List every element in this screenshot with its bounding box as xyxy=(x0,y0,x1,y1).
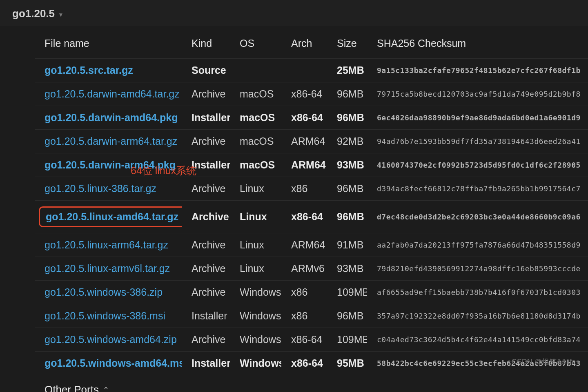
sha-cell: 6ec4026daa98890b9ef9ae86d9ada6bd0ed1a6e9… xyxy=(367,106,588,130)
filename-cell: go1.20.5.darwin-amd64.tar.gz xyxy=(35,82,182,106)
os-cell: macOS xyxy=(230,130,281,153)
os-cell: macOS xyxy=(230,153,281,177)
arch-cell: x86 xyxy=(281,177,327,201)
arch-cell: x86-64 xyxy=(281,201,327,233)
table-row: go1.20.5.darwin-amd64.tar.gzArchivemacOS… xyxy=(35,82,588,106)
arch-cell: ARM64 xyxy=(281,153,327,177)
other-ports-toggle[interactable]: Other Ports ⌃ xyxy=(35,375,588,392)
size-cell: 25MB xyxy=(327,59,367,82)
filename-cell: go1.20.5.darwin-amd64.pkg xyxy=(35,106,182,130)
sha-cell: aa2fab0a7da20213ff975fa7876a66d47b483515… xyxy=(367,233,588,257)
version-label: go1.20.5 xyxy=(12,7,55,20)
kind-cell: Archive xyxy=(182,177,230,201)
other-ports-label: Other Ports xyxy=(45,383,99,392)
filename-cell: go1.20.5.windows-amd64.zip xyxy=(35,328,182,352)
highlight-box: go1.20.5.linux-amd64.tar.gz xyxy=(39,206,182,227)
os-cell: Windows xyxy=(230,328,281,352)
sha-cell: 357a97c192322e8dd07f935a16b7b6e81180d8d3… xyxy=(367,304,588,328)
watermark-text: CSDN @坦笑&&life xyxy=(512,357,576,367)
size-cell: 91MB xyxy=(327,233,367,257)
download-link[interactable]: go1.20.5.windows-amd64.zip xyxy=(45,334,177,345)
table-row: go1.20.5.linux-amd64.tar.gzArchiveLinuxx… xyxy=(35,201,588,233)
size-cell: 93MB xyxy=(327,257,367,281)
table-row: go1.20.5.windows-386.zipArchiveWindowsx8… xyxy=(35,281,588,304)
table-row: go1.20.5.darwin-arm64.tar.gzArchivemacOS… xyxy=(35,130,588,153)
download-link[interactable]: go1.20.5.linux-armv6l.tar.gz xyxy=(45,263,170,274)
os-cell xyxy=(230,59,281,82)
arch-cell: ARM64 xyxy=(281,233,327,257)
download-link[interactable]: go1.20.5.darwin-amd64.tar.gz xyxy=(45,88,180,100)
downloads-table-wrap: 64位 linux系统 File name Kind OS Arch Size … xyxy=(0,26,588,392)
download-link[interactable]: go1.20.5.windows-amd64.msi xyxy=(45,357,182,369)
table-row: go1.20.5.windows-amd64.zipArchiveWindows… xyxy=(35,328,588,352)
table-row: go1.20.5.linux-arm64.tar.gzArchiveLinuxA… xyxy=(35,233,588,257)
os-cell: Linux xyxy=(230,257,281,281)
sha-cell: d7ec48cde0d3d2be2c69203bc3e0a44de8660b9c… xyxy=(367,201,588,233)
arch-cell: x86-64 xyxy=(281,106,327,130)
version-dropdown[interactable]: go1.20.5 ▼ xyxy=(0,0,588,26)
col-filename: File name xyxy=(35,33,182,59)
filename-cell: go1.20.5.src.tar.gz xyxy=(35,59,182,82)
sha-cell: 94ad76b7e1593bb59df7fd35a738194643d6eed2… xyxy=(367,130,588,153)
download-link[interactable]: go1.20.5.windows-386.zip xyxy=(45,286,163,298)
download-link[interactable]: go1.20.5.src.tar.gz xyxy=(45,64,133,76)
size-cell: 96MB xyxy=(327,304,367,328)
arch-cell: ARMv6 xyxy=(281,257,327,281)
col-sha: SHA256 Checksum xyxy=(367,33,588,59)
size-cell: 96MB xyxy=(327,106,367,130)
filename-cell: go1.20.5.linux-arm64.tar.gz xyxy=(35,233,182,257)
download-link[interactable]: go1.20.5.linux-386.tar.gz xyxy=(45,183,156,194)
download-link[interactable]: go1.20.5.linux-arm64.tar.gz xyxy=(45,239,168,250)
sha-cell: 4160074370e2cf0992b5723d5d95fd0c1df6c2f2… xyxy=(367,153,588,177)
os-cell: macOS xyxy=(230,82,281,106)
downloads-table: File name Kind OS Arch Size SHA256 Check… xyxy=(35,33,588,375)
kind-cell: Archive xyxy=(182,130,230,153)
kind-cell: Installer xyxy=(182,352,230,375)
download-link[interactable]: go1.20.5.linux-amd64.tar.gz xyxy=(46,211,178,222)
header-row: File name Kind OS Arch Size SHA256 Check… xyxy=(35,33,588,59)
os-cell: Windows xyxy=(230,304,281,328)
sha-cell: d394ac8fecf66812c78ffba7fb9a265bb1b99175… xyxy=(367,177,588,201)
filename-cell: go1.20.5.windows-386.msi xyxy=(35,304,182,328)
filename-cell: go1.20.5.linux-386.tar.gz xyxy=(35,177,182,201)
size-cell: 95MB xyxy=(327,352,367,375)
filename-cell: go1.20.5.darwin-arm64.pkg xyxy=(35,153,182,177)
download-link[interactable]: go1.20.5.windows-386.msi xyxy=(45,310,165,321)
kind-cell: Installer xyxy=(182,153,230,177)
size-cell: 96MB xyxy=(327,82,367,106)
download-link[interactable]: go1.20.5.darwin-arm64.pkg xyxy=(45,159,176,171)
arch-cell xyxy=(281,59,327,82)
table-row: go1.20.5.linux-armv6l.tar.gzArchiveLinux… xyxy=(35,257,588,281)
sha-cell: c04a4ed73c3624d5b4c4f62e44a141549cc0bfd8… xyxy=(367,328,588,352)
filename-cell: go1.20.5.linux-amd64.tar.gz xyxy=(35,201,182,233)
filename-cell: go1.20.5.windows-386.zip xyxy=(35,281,182,304)
size-cell: 109MB xyxy=(327,328,367,352)
table-row: go1.20.5.darwin-arm64.pkgInstallermacOSA… xyxy=(35,153,588,177)
os-cell: Linux xyxy=(230,233,281,257)
kind-cell: Installer xyxy=(182,106,230,130)
arch-cell: x86-64 xyxy=(281,82,327,106)
table-row: go1.20.5.linux-386.tar.gzArchiveLinuxx86… xyxy=(35,177,588,201)
os-cell: Windows xyxy=(230,281,281,304)
os-cell: Linux xyxy=(230,177,281,201)
filename-cell: go1.20.5.darwin-arm64.tar.gz xyxy=(35,130,182,153)
sha-cell: 79715ca5b8becd120703ac9af5d1da749e095d2b… xyxy=(367,82,588,106)
table-row: go1.20.5.src.tar.gzSource25MB9a15c133ba2… xyxy=(35,59,588,82)
os-cell: Linux xyxy=(230,201,281,233)
download-link[interactable]: go1.20.5.darwin-arm64.tar.gz xyxy=(45,135,177,147)
download-link[interactable]: go1.20.5.darwin-amd64.pkg xyxy=(45,112,178,123)
table-row: go1.20.5.windows-amd64.msiInstallerWindo… xyxy=(35,352,588,375)
kind-cell: Archive xyxy=(182,201,230,233)
os-cell: Windows xyxy=(230,352,281,375)
arch-cell: x86 xyxy=(281,281,327,304)
os-cell: macOS xyxy=(230,106,281,130)
sha-cell: 9a15c133ba2cfafe79652f4815b62e7cfc267f68… xyxy=(367,59,588,82)
size-cell: 92MB xyxy=(327,130,367,153)
col-kind: Kind xyxy=(182,33,230,59)
table-row: go1.20.5.darwin-amd64.pkgInstallermacOSx… xyxy=(35,106,588,130)
sha-cell: af6655ad9eff15baebb738b7b416f0f67037b1cd… xyxy=(367,281,588,304)
chevron-down-icon: ▼ xyxy=(58,11,64,18)
kind-cell: Source xyxy=(182,59,230,82)
chevron-up-icon: ⌃ xyxy=(103,385,109,392)
kind-cell: Archive xyxy=(182,82,230,106)
